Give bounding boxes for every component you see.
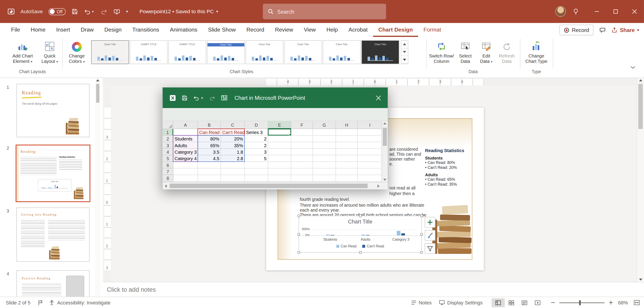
sheet-column-header-A[interactable]: A xyxy=(173,121,198,129)
chart-style-thumbnail-4[interactable]: Chart Title xyxy=(207,40,245,64)
chart-style-thumbnail-7[interactable]: Chart Title xyxy=(323,40,361,64)
tab-animations[interactable]: Animations xyxy=(164,23,202,37)
add-chart-element-button[interactable]: Add Chart Element ▾ xyxy=(9,39,36,64)
editor-vertical-scrollbar[interactable] xyxy=(636,78,644,282)
notes-toggle-button[interactable]: Notes xyxy=(411,300,432,306)
sheet-cell-I8[interactable] xyxy=(358,175,382,182)
zoom-slider-thumb[interactable] xyxy=(579,300,581,305)
maximize-button[interactable] xyxy=(606,0,625,23)
slide-chart-plot[interactable] xyxy=(299,216,422,236)
tab-review[interactable]: Review xyxy=(270,23,298,37)
sheet-row-header-8[interactable]: 8 xyxy=(162,175,173,182)
save-icon[interactable] xyxy=(182,94,188,101)
tab-file[interactable]: File xyxy=(6,23,26,37)
tab-record[interactable]: Record xyxy=(241,23,270,37)
record-button[interactable]: Record xyxy=(560,24,594,35)
scroll-left-icon[interactable] xyxy=(162,182,169,189)
sheet-vertical-scrollbar[interactable] xyxy=(382,121,388,182)
chart-styles-button[interactable] xyxy=(425,230,435,241)
chart-style-thumbnail-8[interactable]: Chart Title xyxy=(361,40,399,64)
chart-elements-button[interactable] xyxy=(425,217,435,228)
sheet-cell-H3[interactable] xyxy=(336,142,358,148)
sheet-cell-E6[interactable] xyxy=(268,162,291,168)
slideshow-view-button[interactable] xyxy=(531,298,544,307)
scroll-right-icon[interactable] xyxy=(376,182,382,189)
normal-view-button[interactable] xyxy=(492,298,505,307)
search-input[interactable] xyxy=(277,8,372,15)
sheet-cell-B7[interactable] xyxy=(198,168,221,175)
sheet-cell-B1[interactable]: Can Read xyxy=(198,129,221,136)
present-icon[interactable] xyxy=(113,8,120,15)
sheet-cell-C2[interactable]: 20% xyxy=(221,136,245,142)
sheet-cell-H1[interactable] xyxy=(336,129,358,136)
tab-acrobat[interactable]: Acrobat xyxy=(343,23,373,37)
change-chart-type-button[interactable]: Change Chart Type xyxy=(522,39,550,64)
tab-help[interactable]: Help xyxy=(321,23,343,37)
sheet-cell-D2[interactable]: 2 xyxy=(245,136,268,142)
undo-icon[interactable]: ▾ xyxy=(84,8,94,15)
sheet-cell-A1[interactable] xyxy=(173,129,198,136)
chart-style-thumbnail-6[interactable]: Chart Title xyxy=(284,40,322,64)
selection-handle[interactable] xyxy=(298,233,300,236)
sheet-cell-E7[interactable] xyxy=(268,168,291,175)
scrollbar-thumb[interactable] xyxy=(383,128,387,146)
selection-handle[interactable] xyxy=(298,214,300,218)
accessibility-status[interactable]: Accessibility: Investigate xyxy=(49,300,111,306)
fit-to-window-button[interactable] xyxy=(634,300,640,305)
sheet-cell-B6[interactable] xyxy=(198,162,221,168)
sheet-cell-A7[interactable] xyxy=(173,168,198,175)
sheet-column-header-H[interactable]: H xyxy=(336,121,358,129)
slide-4-thumbnail[interactable]: Practice Reading xyxy=(16,270,90,297)
display-settings-button[interactable]: Display Settings xyxy=(439,300,482,306)
quick-access-chevron-icon[interactable]: ▾ xyxy=(126,10,128,14)
sheet-cell-H6[interactable] xyxy=(336,162,358,168)
sheet-cell-I6[interactable] xyxy=(358,162,382,168)
sheet-cell-D6[interactable] xyxy=(245,162,268,168)
sheet-cell-C7[interactable] xyxy=(221,168,245,175)
selection-handle[interactable] xyxy=(420,251,423,254)
share-button[interactable]: Share ▾ xyxy=(612,27,639,33)
sheet-cell-D5[interactable]: 5 xyxy=(245,155,268,162)
sheet-column-header-I[interactable]: I xyxy=(358,121,382,129)
sheet-cell-A3[interactable]: Adults xyxy=(173,142,198,148)
sheet-row-header-3[interactable]: 3 xyxy=(162,142,173,148)
gallery-up-icon[interactable] xyxy=(401,41,408,48)
sheet-cell-D8[interactable] xyxy=(245,175,268,182)
slide-3-thumbnail[interactable]: Getting into Reading xyxy=(16,208,90,262)
sheet-column-header-F[interactable]: F xyxy=(291,121,313,129)
selection-handle[interactable] xyxy=(298,251,300,254)
sheet-cell-G4[interactable] xyxy=(313,149,336,155)
chart-style-thumbnail-1[interactable]: Chart Title xyxy=(91,40,129,64)
sheet-select-all[interactable] xyxy=(162,121,173,129)
chart-style-thumbnail-3[interactable]: CHART TITLE xyxy=(168,40,206,64)
sheet-cell-E3[interactable] xyxy=(268,142,291,148)
tab-design[interactable]: Design xyxy=(99,23,127,37)
sheet-row-header-4[interactable]: 4 xyxy=(162,149,173,155)
sheet-column-header-D[interactable]: D xyxy=(245,121,268,129)
sheet-cell-G3[interactable] xyxy=(313,142,336,148)
tab-chart-design[interactable]: Chart Design xyxy=(373,23,418,37)
collapse-ribbon-icon[interactable] xyxy=(630,66,636,70)
tab-insert[interactable]: Insert xyxy=(51,23,75,37)
undo-icon[interactable]: ▾ xyxy=(193,94,203,101)
slide-chart[interactable]: Chart Title 500% 0% Students Adults Cate… xyxy=(298,216,422,252)
sheet-cell-I3[interactable] xyxy=(358,142,382,148)
chart-style-thumbnail-5[interactable]: Chart Title xyxy=(246,40,283,64)
sheet-row-header-1[interactable]: 1 xyxy=(162,129,173,136)
switch-row-column-button[interactable]: Switch Row/ Column xyxy=(429,39,454,64)
scrollbar-thumb[interactable] xyxy=(96,84,100,103)
sheet-cell-B8[interactable] xyxy=(198,175,221,182)
tab-slide-show[interactable]: Slide Show xyxy=(202,23,241,37)
zoom-slider[interactable] xyxy=(560,302,605,303)
sheet-cell-F8[interactable] xyxy=(291,175,313,182)
reading-view-button[interactable] xyxy=(518,298,531,307)
sheet-cell-F1[interactable] xyxy=(291,129,313,136)
thumbnail-pane-scrollbar[interactable] xyxy=(95,78,100,296)
select-data-button[interactable]: Select Data xyxy=(455,39,476,64)
sheet-cell-G8[interactable] xyxy=(313,175,336,182)
lightbulb-icon[interactable] xyxy=(572,8,579,15)
sheet-cell-D7[interactable] xyxy=(245,168,268,175)
sheet-cell-H7[interactable] xyxy=(336,168,358,175)
scrollbar-thumb[interactable] xyxy=(638,84,643,129)
chart-style-thumbnail-2[interactable]: CHART TITLE xyxy=(130,40,168,64)
